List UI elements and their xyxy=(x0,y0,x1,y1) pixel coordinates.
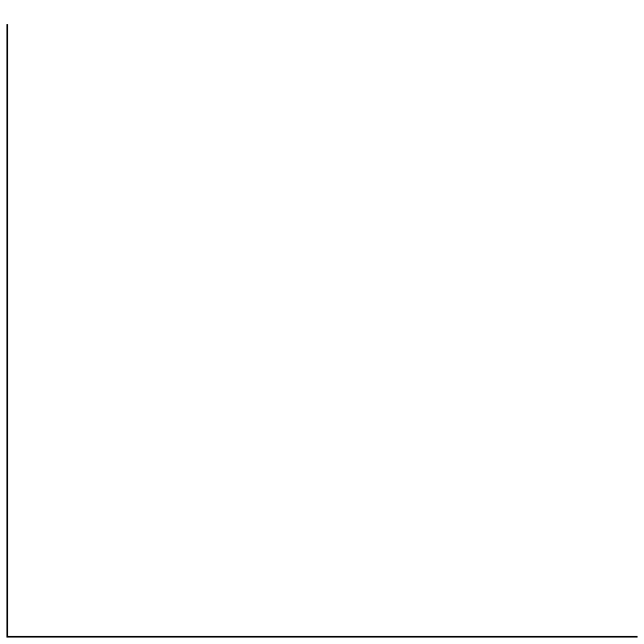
plot-area xyxy=(6,24,638,638)
chart-container xyxy=(0,0,644,644)
bottleneck-curve xyxy=(8,24,638,636)
